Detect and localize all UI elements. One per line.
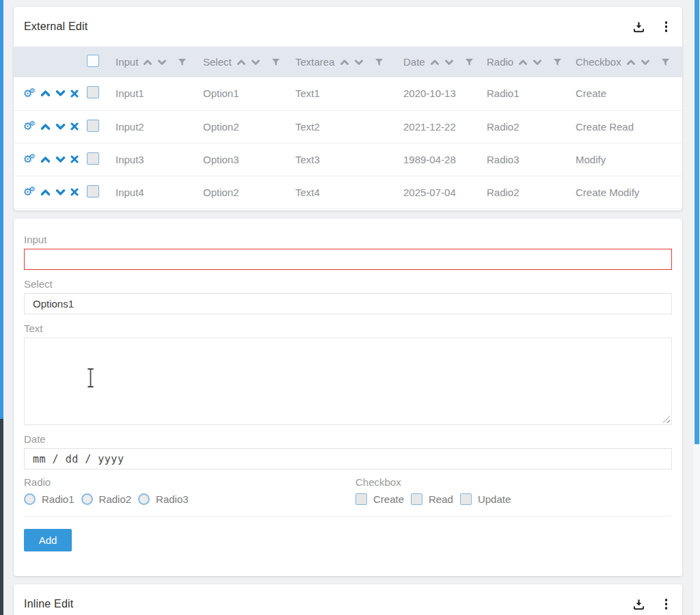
select-label: Select bbox=[24, 278, 672, 290]
filter-icon[interactable] bbox=[375, 58, 383, 66]
row-checkbox[interactable] bbox=[87, 120, 99, 132]
cell-select: Option3 bbox=[200, 143, 293, 176]
sort-asc-icon[interactable] bbox=[626, 59, 636, 66]
inline-edit-header: Inline Edit bbox=[14, 584, 682, 615]
move-up-icon[interactable] bbox=[40, 156, 51, 163]
table-row: ⚙⚙ Input1 Option1 Text1 2020-10-13 Radio… bbox=[14, 77, 682, 110]
row-checkbox[interactable] bbox=[87, 185, 99, 197]
cell-date: 2020-10-13 bbox=[401, 77, 484, 110]
input-field[interactable] bbox=[24, 249, 672, 270]
sort-desc-icon[interactable] bbox=[157, 59, 167, 66]
cell-radio: Radio2 bbox=[484, 176, 573, 208]
sort-asc-icon[interactable] bbox=[340, 59, 349, 66]
external-edit-header: External Edit bbox=[14, 7, 682, 46]
cell-radio: Radio3 bbox=[484, 143, 573, 176]
column-header-radio: Radio bbox=[484, 46, 573, 77]
cell-date: 2025-07-04 bbox=[401, 176, 484, 208]
settings-icon[interactable]: ⚙⚙ bbox=[23, 120, 36, 133]
move-down-icon[interactable] bbox=[55, 156, 66, 163]
move-up-icon[interactable] bbox=[40, 90, 51, 97]
download-icon[interactable] bbox=[633, 21, 645, 33]
radio-button[interactable] bbox=[81, 493, 93, 505]
checkbox-group: Create Read Update bbox=[355, 493, 511, 505]
external-edit-table: Input Select Texta bbox=[14, 46, 682, 209]
scrollbar-thumb[interactable] bbox=[695, 0, 699, 444]
checkbox-group-label: Checkbox bbox=[355, 476, 511, 488]
date-field[interactable]: mm / dd / yyyy bbox=[24, 448, 672, 469]
settings-icon[interactable]: ⚙⚙ bbox=[23, 186, 36, 198]
filter-icon[interactable] bbox=[661, 58, 670, 66]
filter-icon[interactable] bbox=[178, 58, 187, 66]
text-label: Text bbox=[24, 323, 672, 334]
actions-header bbox=[14, 46, 79, 77]
column-header-select: Select bbox=[200, 46, 293, 77]
select-all-checkbox[interactable] bbox=[87, 55, 99, 67]
checkbox[interactable] bbox=[355, 493, 367, 505]
table-row: ⚙⚙ Input4 Option2 Text4 2025-07-04 Radio… bbox=[14, 176, 682, 208]
checkbox[interactable] bbox=[460, 493, 472, 505]
move-down-icon[interactable] bbox=[55, 90, 66, 97]
move-up-icon[interactable] bbox=[40, 189, 51, 196]
sort-asc-icon[interactable] bbox=[518, 59, 528, 66]
text-field[interactable] bbox=[24, 338, 672, 425]
cell-input: Input4 bbox=[113, 176, 200, 208]
cell-checkbox: Modify bbox=[573, 143, 682, 176]
cell-select: Option2 bbox=[200, 110, 293, 143]
checkbox[interactable] bbox=[411, 493, 422, 505]
scrollbar-track[interactable] bbox=[693, 0, 700, 615]
cell-textarea: Text4 bbox=[293, 176, 401, 208]
download-icon[interactable] bbox=[633, 599, 645, 610]
sort-asc-icon[interactable] bbox=[237, 59, 246, 66]
settings-icon[interactable]: ⚙⚙ bbox=[23, 87, 36, 100]
row-checkbox[interactable] bbox=[87, 86, 99, 98]
delete-icon[interactable] bbox=[70, 188, 79, 196]
cell-textarea: Text1 bbox=[293, 77, 401, 110]
radio-option-label: Radio3 bbox=[156, 493, 189, 505]
cell-select: Option1 bbox=[200, 77, 293, 110]
add-button[interactable]: Add bbox=[24, 529, 72, 551]
delete-icon[interactable] bbox=[70, 122, 79, 131]
move-down-icon[interactable] bbox=[55, 123, 66, 131]
move-up-icon[interactable] bbox=[40, 123, 51, 131]
column-header-input: Input bbox=[113, 46, 200, 77]
radio-button[interactable] bbox=[24, 493, 36, 505]
table-row: ⚙⚙ Input2 Option2 Text2 2021-12-22 Radio… bbox=[14, 110, 682, 143]
left-scroll-thumb[interactable] bbox=[0, 0, 3, 419]
filter-icon[interactable] bbox=[465, 58, 474, 66]
left-scroll-track[interactable] bbox=[0, 0, 3, 615]
filter-icon[interactable] bbox=[271, 58, 280, 66]
more-options-icon[interactable] bbox=[662, 21, 671, 32]
cell-radio: Radio1 bbox=[484, 77, 573, 110]
sort-asc-icon[interactable] bbox=[430, 59, 440, 66]
checkbox-option-label: Update bbox=[478, 493, 511, 505]
cell-checkbox: Create Modify bbox=[573, 176, 682, 208]
add-form-card: Input Select Options1 Text Date mm / dd … bbox=[14, 219, 682, 576]
input-label: Input bbox=[24, 234, 672, 245]
move-down-icon[interactable] bbox=[55, 189, 66, 196]
sort-desc-icon[interactable] bbox=[354, 59, 364, 66]
checkbox-option-label: Create bbox=[373, 493, 404, 505]
sort-desc-icon[interactable] bbox=[444, 59, 454, 66]
cell-textarea: Text2 bbox=[293, 110, 401, 143]
sort-asc-icon[interactable] bbox=[143, 59, 152, 66]
cell-radio: Radio2 bbox=[484, 110, 573, 143]
sort-desc-icon[interactable] bbox=[641, 59, 650, 66]
filter-icon[interactable] bbox=[553, 58, 562, 66]
settings-icon[interactable]: ⚙⚙ bbox=[23, 153, 36, 165]
row-checkbox[interactable] bbox=[87, 152, 99, 165]
cell-input: Input3 bbox=[113, 143, 200, 176]
cell-date: 2021-12-22 bbox=[401, 110, 484, 143]
table-row: ⚙⚙ Input3 Option3 Text3 1989-04-28 Radio… bbox=[14, 143, 682, 176]
resize-handle[interactable] bbox=[662, 415, 670, 423]
delete-icon[interactable] bbox=[70, 155, 79, 163]
cell-select: Option2 bbox=[200, 176, 293, 208]
column-header-checkbox: Checkbox bbox=[573, 46, 682, 77]
delete-icon[interactable] bbox=[70, 90, 79, 98]
checkbox-option-label: Read bbox=[429, 493, 453, 505]
cell-input: Input2 bbox=[113, 110, 200, 143]
radio-button[interactable] bbox=[138, 493, 150, 505]
more-options-icon[interactable] bbox=[662, 599, 671, 610]
select-field[interactable]: Options1 bbox=[24, 293, 672, 314]
sort-desc-icon[interactable] bbox=[251, 59, 260, 66]
sort-desc-icon[interactable] bbox=[533, 59, 542, 66]
